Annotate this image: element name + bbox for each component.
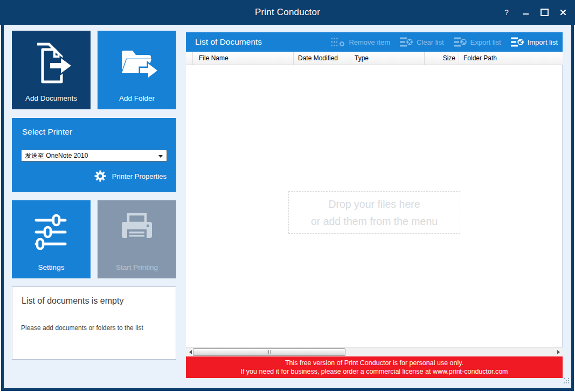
import-list-label: Import list	[528, 38, 558, 46]
documents-list-body[interactable]: Drop your files here or add them from th…	[186, 65, 563, 347]
remove-item-button[interactable]: Remove item	[331, 37, 390, 47]
export-list-icon	[454, 37, 468, 47]
add-documents-label: Add Documents	[25, 94, 77, 102]
import-list-icon	[511, 37, 525, 47]
clear-list-icon	[400, 37, 414, 47]
select-printer-panel: Select Printer 发送至 OneNote 2010 Printer …	[12, 118, 176, 192]
help-icon: ?	[504, 8, 509, 17]
empty-list-title: List of documents is empty	[22, 296, 123, 306]
scrollbar-thumb[interactable]	[193, 348, 345, 356]
titlebar[interactable]: Print Conductor ?	[0, 0, 575, 25]
remove-item-icon	[331, 37, 346, 47]
list-header-title: List of Documents	[195, 37, 262, 47]
add-folder-button[interactable]: Add Folder	[98, 31, 176, 109]
window-controls: ?	[502, 0, 567, 25]
close-icon	[560, 9, 566, 16]
printer-select[interactable]: 发送至 OneNote 2010	[21, 150, 167, 162]
gear-icon	[94, 170, 107, 183]
settings-button[interactable]: Settings	[12, 200, 91, 278]
dropzone[interactable]: Drop your files here or add them from th…	[288, 191, 460, 234]
scrollbar-grip-icon	[267, 350, 272, 354]
column-date-modified[interactable]: Date Modified	[294, 52, 350, 65]
minimize-button[interactable]	[521, 8, 530, 17]
select-printer-title: Select Printer	[22, 127, 72, 137]
empty-list-panel: List of documents is empty Please add do…	[12, 286, 176, 360]
help-button[interactable]: ?	[502, 8, 511, 17]
dropzone-line1: Drop your files here	[328, 195, 420, 213]
scroll-right-button[interactable]	[554, 348, 563, 356]
documents-table-header: File Name Date Modified Type Size Folder…	[186, 52, 563, 65]
horizontal-scrollbar[interactable]	[186, 347, 563, 356]
close-button[interactable]	[559, 8, 567, 17]
printer-properties-label: Printer Properties	[112, 172, 167, 180]
scroll-right-icon	[557, 350, 560, 354]
column-icon	[186, 52, 193, 65]
license-banner-line2: If you need it for business, please orde…	[240, 367, 508, 376]
app-window: Print Conductor ? Add Documents	[0, 0, 575, 392]
resize-grip[interactable]	[564, 378, 570, 384]
add-documents-icon	[27, 39, 75, 86]
dropzone-line2: or add them from the menu	[311, 213, 438, 230]
minimize-icon	[523, 13, 529, 15]
license-banner: This free version of Print Conductor is …	[186, 356, 563, 378]
add-folder-icon	[113, 39, 161, 86]
settings-label: Settings	[38, 263, 65, 271]
combo-arrow-icon	[158, 155, 163, 158]
add-documents-button[interactable]: Add Documents	[12, 31, 91, 109]
start-printing-button[interactable]: Start Printing	[98, 200, 176, 278]
settings-sliders-icon	[30, 211, 73, 254]
resize-grip-icon	[564, 378, 565, 379]
clear-list-label: Clear list	[417, 38, 444, 46]
printer-icon	[115, 211, 158, 254]
list-header: List of Documents Remove item	[186, 32, 563, 52]
start-printing-label: Start Printing	[116, 263, 158, 271]
printer-properties-button[interactable]: Printer Properties	[94, 170, 167, 183]
printer-select-value: 发送至 OneNote 2010	[25, 151, 88, 160]
add-folder-label: Add Folder	[119, 94, 155, 102]
scroll-left-icon	[189, 350, 192, 354]
maximize-button[interactable]	[540, 8, 549, 17]
column-type[interactable]: Type	[350, 52, 425, 65]
empty-list-hint: Please add documents or folders to the l…	[21, 324, 143, 332]
window-title: Print Conductor	[0, 7, 575, 18]
export-list-label: Export list	[470, 38, 501, 46]
maximize-icon	[541, 9, 549, 16]
clear-list-button[interactable]: Clear list	[400, 37, 444, 47]
list-toolbar: Remove item Clear list	[331, 37, 563, 47]
column-size[interactable]: Size	[425, 52, 459, 65]
column-folder-path[interactable]: Folder Path	[459, 52, 563, 65]
remove-item-label: Remove item	[349, 38, 390, 46]
license-banner-line1: This free version of Print Conductor is …	[285, 359, 463, 367]
column-file-name[interactable]: File Name	[193, 52, 294, 65]
import-list-button[interactable]: Import list	[511, 37, 558, 47]
export-list-button[interactable]: Export list	[454, 37, 501, 47]
